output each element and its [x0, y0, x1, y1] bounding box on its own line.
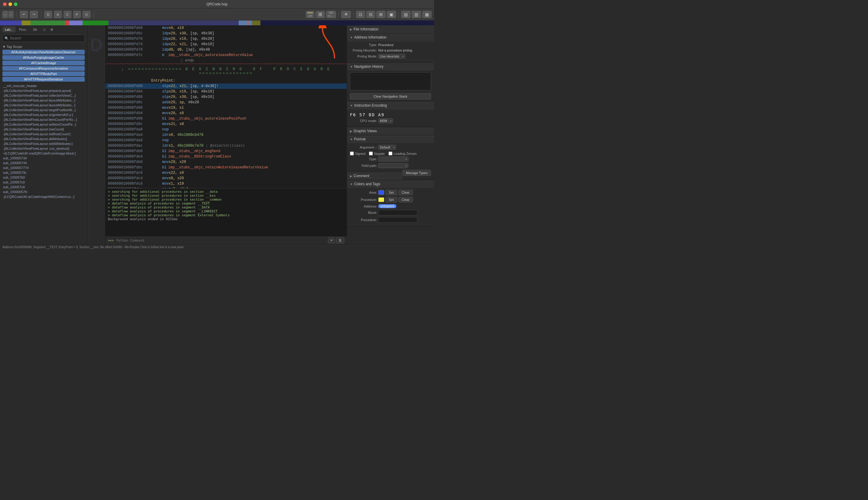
list-item-11[interactable]: -[ALCollectionViewFlowLayout setAllAttri…	[0, 141, 87, 146]
map-bar[interactable]	[0, 21, 434, 25]
area-color-swatch[interactable]	[378, 190, 384, 195]
disasm-row[interactable]: 000000010000fd78 ldp d9, d8, [sp], #0x40	[105, 47, 347, 53]
clear-nav-btn[interactable]: Clear Navigation Stack	[350, 93, 431, 99]
disasm-row[interactable]: 000000010000fd98 bl imp__stubs__objc_aut…	[105, 116, 347, 121]
format-type-select[interactable]	[378, 157, 408, 161]
area-set-button[interactable]: Set	[386, 190, 397, 195]
tab-dot[interactable]	[51, 28, 53, 31]
list-item-17[interactable]: sub_10000579c	[0, 170, 87, 175]
disasm-row[interactable]: 000000010000fd6c ldp x29, x30, [sp, #0x3…	[105, 31, 347, 36]
procedure2-input[interactable]	[378, 217, 418, 223]
close-button[interactable]	[3, 2, 7, 6]
colors-tags-header[interactable]: ▼ Colors and Tags	[347, 180, 434, 188]
procedure-set-button[interactable]: Set	[386, 197, 397, 202]
tab-labels[interactable]: Lab...	[2, 26, 16, 33]
disasm-row[interactable]: 000000010000fd94 mov x20, x0	[105, 111, 347, 116]
list-item-14[interactable]: sub_100005734	[0, 156, 87, 160]
list-item-4[interactable]: -[ALCollectionViewFlowLayout targetPosit…	[0, 107, 87, 112]
tag-AFCachedImage[interactable]: AFCachedImage	[2, 60, 85, 65]
layout-btn-3[interactable]: ⊞	[376, 11, 386, 18]
disasm-row[interactable]: 000000010000fdcc movz x2, #0x0	[105, 186, 347, 188]
format-header[interactable]: ▼ Format	[347, 135, 434, 143]
disasm-row[interactable]: 000000010000fdb8 mov x29, x29	[105, 159, 347, 165]
tag-scope-label[interactable]: ▼ Tag Scope	[2, 45, 85, 48]
procedure-color-swatch[interactable]	[378, 197, 384, 202]
back-button[interactable]: ‹	[2, 11, 8, 18]
disasm-row[interactable]: 000000010000fd84 stp x20, x19, [sp, #0x1…	[105, 89, 347, 94]
list-item-0[interactable]: -[ALCollectionViewFlowLayout prepareLayo…	[0, 88, 87, 93]
list-item-2[interactable]: -[ALCollectionViewFlowLayout layoutAttri…	[0, 98, 87, 103]
layout-btn-2[interactable]: ⊟	[366, 11, 375, 18]
tab-favorites[interactable]: ☆	[41, 26, 48, 33]
list-item-21[interactable]: sub_10000057fc	[0, 190, 87, 194]
forward-button[interactable]: ›	[9, 11, 14, 18]
list-item-7[interactable]: -[ALCollectionViewFlowLayout setItemCoun…	[0, 122, 87, 127]
panel-btn-2[interactable]: ▥	[412, 11, 421, 18]
panel-btn-1[interactable]: ▤	[401, 11, 411, 18]
list-item-10[interactable]: -[ALCollectionViewFlowLayout allAttribut…	[0, 136, 87, 141]
tag-AFActivityIndicator[interactable]: AFActivityIndicatorViewNotificationObser…	[2, 50, 85, 55]
instruction-encoding-header[interactable]: ▼ Instruction Encoding	[347, 102, 434, 109]
list-item-15[interactable]: sub_100005744	[0, 160, 87, 166]
area-clear-button[interactable]: Clear	[399, 190, 413, 195]
field-path-select[interactable]	[378, 163, 408, 168]
disasm-row[interactable]: 000000010000fd90 mov x19, x1	[105, 105, 347, 111]
panel-btn-3[interactable]: ▦	[422, 11, 432, 18]
disasm-row[interactable]: 000000010000fdc8 mov x1, x19	[105, 181, 347, 186]
mov-add-icon-btn[interactable]: mov add	[306, 11, 315, 18]
list-item-18[interactable]: sub_100057b0	[0, 175, 87, 180]
disasm-view[interactable]: 000000010000fd68 mov x0, x19 00000001000…	[105, 25, 347, 188]
address-info-header[interactable]: ▼ Address Information	[347, 33, 434, 41]
disasm-row-highlighted[interactable]: 000000010000fd80 stp x22, x21, [sp, #-0x…	[105, 83, 347, 89]
disasm-row[interactable]: 000000010000fdac ldr x1, #0x1000c7e70 ; …	[105, 143, 347, 148]
tag-AFCompound[interactable]: AFCompoundResponseSerializer	[2, 66, 85, 71]
tag-AFHTTPBody[interactable]: AFHTTPBodyPart	[2, 71, 85, 76]
block-input[interactable]	[378, 210, 418, 215]
signed-checkbox[interactable]	[350, 151, 354, 156]
disasm-row[interactable]: 000000010000fd8c add x29, sp, #0x20	[105, 100, 347, 105]
p-button[interactable]: P	[73, 11, 81, 18]
list-item-20[interactable]: sub_100057c8	[0, 185, 87, 190]
list-item-8[interactable]: -[ALCollectionViewFlowLayout rowCount]	[0, 127, 87, 132]
maximize-button[interactable]	[14, 2, 18, 6]
d-button[interactable]: D	[44, 11, 52, 18]
procedure-clear-button[interactable]: Clear	[399, 197, 413, 202]
list-item-mh-execute[interactable]: __mh_execute_header	[0, 83, 87, 88]
undo-button[interactable]: ↩	[20, 11, 28, 18]
list-item-5[interactable]: -[ALCollectionViewFlowLayout originItemA…	[0, 112, 87, 117]
negate-checkbox[interactable]	[369, 151, 373, 156]
list-item-19[interactable]: sub_100057c0	[0, 180, 87, 185]
list-item-16[interactable]: sub_1000057774	[0, 166, 87, 170]
disasm-row[interactable]: 000000010000fdb4 bl imp__stubs__NSString…	[105, 154, 347, 159]
sun-icon-btn[interactable]: ☀	[341, 11, 351, 18]
tab-strings[interactable]: Str	[31, 26, 40, 33]
console-trash-btn[interactable]: 🗑	[336, 237, 344, 243]
layout-btn-4[interactable]: ▣	[387, 11, 396, 18]
disasm-row[interactable]: 000000010000fd88 stp x29, x30, [sp, #0x2…	[105, 94, 347, 100]
c-button[interactable]: C	[64, 11, 71, 18]
manage-types-button[interactable]: Manage Types	[403, 170, 431, 176]
list-item-3[interactable]: -[ALCollectionViewFlowLayout layoutAttri…	[0, 103, 87, 107]
grid-icon-btn[interactable]: ⊞	[315, 11, 325, 18]
layout-btn-1[interactable]: ⊡	[356, 11, 365, 18]
tab-procedures[interactable]: Proc.	[17, 26, 30, 33]
console-input[interactable]	[115, 238, 327, 243]
list-item-9[interactable]: -[ALCollectionViewFlowLayout setRowCount…	[0, 132, 87, 136]
disasm-row[interactable]: 000000010000fd70 ldp x20, x19, [sp, #0x2…	[105, 36, 347, 42]
tag-AFHTTPRequest[interactable]: AFHTTPRequestSerializer	[2, 77, 85, 82]
list-item-12[interactable]: -[ALCollectionViewFlowLayout .cxx_destru…	[0, 146, 87, 151]
disasm-row[interactable]: 000000010000fda4 ldr x0, #0x1000cb478	[105, 132, 347, 138]
list-item-22[interactable]: -[LCQRCodeUtil qrCodeImageWithContent:co…	[0, 194, 87, 199]
disasm-row[interactable]: 000000010000fda8 nop	[105, 138, 347, 143]
comment-header[interactable]: ▶ Comment	[347, 172, 403, 180]
leading-zeroes-checkbox[interactable]	[389, 151, 392, 156]
list-item-6[interactable]: -[ALCollectionViewFlowLayout itemCountPe…	[0, 117, 87, 122]
argument-select[interactable]: Default	[378, 145, 396, 150]
disasm-row[interactable]: 000000010000fd68 mov x0, x19	[105, 25, 347, 31]
search-input[interactable]	[2, 35, 85, 42]
if-icon-btn[interactable]: if(b) f(x): ...	[326, 11, 336, 18]
console-clear-btn[interactable]: ✕	[328, 237, 335, 243]
address-tag-badge[interactable]: entrypoint	[378, 204, 396, 208]
prolog-mode-select[interactable]: Use Heuristic	[378, 54, 405, 59]
redo-button[interactable]: ↪	[30, 11, 38, 18]
